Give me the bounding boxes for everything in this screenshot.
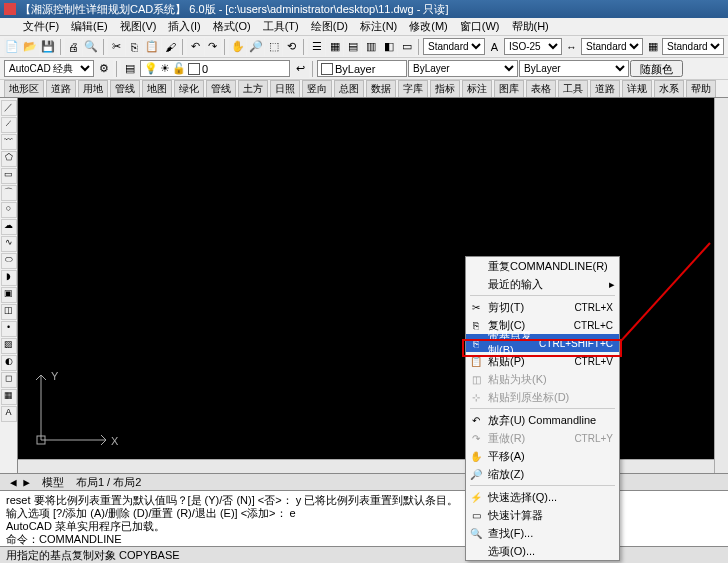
linetype-dropdown[interactable]: ByLayer bbox=[408, 60, 518, 77]
ctx-undo[interactable]: ↶放弃(U) Commandline bbox=[466, 411, 619, 429]
menu-tools[interactable]: 工具(T) bbox=[258, 18, 304, 35]
menu-file[interactable]: 文件(F) bbox=[18, 18, 64, 35]
zoom-prev-icon[interactable]: ⟲ bbox=[283, 38, 300, 56]
ctx-find[interactable]: 🔍查找(F)... bbox=[466, 524, 619, 542]
tab-pipe[interactable]: 管线 bbox=[110, 80, 140, 98]
style-icon[interactable]: A bbox=[486, 38, 503, 56]
vertical-scrollbar[interactable] bbox=[714, 98, 728, 473]
tab-road[interactable]: 道路 bbox=[46, 80, 76, 98]
model-tab[interactable]: 模型 bbox=[38, 475, 68, 490]
design-center-icon[interactable]: ▦ bbox=[326, 38, 343, 56]
cline-tool-icon[interactable]: ⟋ bbox=[1, 117, 17, 133]
table-tool-icon[interactable]: ▦ bbox=[1, 389, 17, 405]
tab-master[interactable]: 总图 bbox=[334, 80, 364, 98]
menu-edit[interactable]: 编辑(E) bbox=[66, 18, 113, 35]
tab-water[interactable]: 水系 bbox=[654, 80, 684, 98]
gradient-tool-icon[interactable]: ◐ bbox=[1, 355, 17, 371]
menu-insert[interactable]: 插入(I) bbox=[163, 18, 205, 35]
revcloud-tool-icon[interactable]: ☁ bbox=[1, 219, 17, 235]
menu-help[interactable]: 帮助(H) bbox=[507, 18, 554, 35]
color-button[interactable]: 随颜色 bbox=[630, 60, 683, 77]
ctx-options[interactable]: 选项(O)... bbox=[466, 542, 619, 560]
pan-icon[interactable]: ✋ bbox=[229, 38, 246, 56]
menu-dimension[interactable]: 标注(N) bbox=[355, 18, 402, 35]
save-icon[interactable]: 💾 bbox=[40, 38, 57, 56]
point-tool-icon[interactable]: • bbox=[1, 321, 17, 337]
tab-land[interactable]: 用地 bbox=[78, 80, 108, 98]
table2-dropdown[interactable]: Standard bbox=[662, 38, 724, 55]
ctx-repeat[interactable]: 重复COMMANDLINE(R) bbox=[466, 257, 619, 275]
rect-tool-icon[interactable]: ▭ bbox=[1, 168, 17, 184]
line-tool-icon[interactable]: ／ bbox=[1, 100, 17, 116]
zoom-window-icon[interactable]: ⬚ bbox=[265, 38, 282, 56]
tab-anno[interactable]: 标注 bbox=[462, 80, 492, 98]
open-icon[interactable]: 📂 bbox=[22, 38, 39, 56]
calc-icon[interactable]: ▭ bbox=[398, 38, 415, 56]
polygon-tool-icon[interactable]: ⬠ bbox=[1, 151, 17, 167]
circle-tool-icon[interactable]: ○ bbox=[1, 202, 17, 218]
tool-palette-icon[interactable]: ▤ bbox=[344, 38, 361, 56]
print-icon[interactable]: 🖨 bbox=[65, 38, 82, 56]
layer-mgr-icon[interactable]: ▤ bbox=[121, 60, 139, 78]
tab-earth[interactable]: 土方 bbox=[238, 80, 268, 98]
tab-table[interactable]: 表格 bbox=[526, 80, 556, 98]
lineweight-dropdown[interactable]: ByLayer bbox=[519, 60, 629, 77]
menu-view[interactable]: 视图(V) bbox=[115, 18, 162, 35]
tab-vert[interactable]: 竖向 bbox=[302, 80, 332, 98]
spline-tool-icon[interactable]: ∿ bbox=[1, 236, 17, 252]
dim-dropdown[interactable]: ISO-25 bbox=[504, 38, 562, 55]
tab-terrain[interactable]: 地形区 bbox=[4, 80, 44, 98]
workspace-settings-icon[interactable]: ⚙ bbox=[95, 60, 113, 78]
ctx-cut[interactable]: ✂剪切(T)CTRL+X bbox=[466, 298, 619, 316]
tab-lib[interactable]: 图库 bbox=[494, 80, 524, 98]
copy-icon[interactable]: ⎘ bbox=[126, 38, 143, 56]
redo-icon[interactable]: ↷ bbox=[205, 38, 222, 56]
tab-green[interactable]: 绿化 bbox=[174, 80, 204, 98]
zoom-icon[interactable]: 🔎 bbox=[247, 38, 264, 56]
ctx-quick-select[interactable]: ⚡快速选择(Q)... bbox=[466, 488, 619, 506]
block-tool-icon[interactable]: ▣ bbox=[1, 287, 17, 303]
ctx-recent-input[interactable]: 最近的输入▸ bbox=[466, 275, 619, 293]
new-icon[interactable]: 📄 bbox=[4, 38, 21, 56]
ellipse-tool-icon[interactable]: ⬭ bbox=[1, 253, 17, 269]
menu-window[interactable]: 窗口(W) bbox=[455, 18, 505, 35]
workspace-dropdown[interactable]: AutoCAD 经典 bbox=[4, 60, 94, 77]
style-dropdown[interactable]: Standard bbox=[423, 38, 485, 55]
tab-road2[interactable]: 道路 bbox=[590, 80, 620, 98]
menu-modify[interactable]: 修改(M) bbox=[404, 18, 453, 35]
drawing-canvas[interactable]: Y X bbox=[18, 98, 728, 473]
hatch-tool-icon[interactable]: ▨ bbox=[1, 338, 17, 354]
undo-icon[interactable]: ↶ bbox=[187, 38, 204, 56]
menu-format[interactable]: 格式(O) bbox=[208, 18, 256, 35]
app-menu-icon[interactable] bbox=[4, 21, 16, 33]
tab-font[interactable]: 字库 bbox=[398, 80, 428, 98]
tab-index[interactable]: 指标 bbox=[430, 80, 460, 98]
arc-tool-icon[interactable]: ⌒ bbox=[1, 185, 17, 201]
color-dropdown[interactable]: ByLayer bbox=[317, 60, 407, 77]
table-dropdown[interactable]: Standard bbox=[581, 38, 643, 55]
paste-icon[interactable]: 📋 bbox=[144, 38, 161, 56]
properties-icon[interactable]: ☰ bbox=[308, 38, 325, 56]
ctx-quickcalc[interactable]: ▭快速计算器 bbox=[466, 506, 619, 524]
ctx-copy-with-base[interactable]: ⎘带基点复制(B)CTRL+SHIFT+C bbox=[466, 334, 619, 352]
menu-draw[interactable]: 绘图(D) bbox=[306, 18, 353, 35]
table-icon[interactable]: ▦ bbox=[644, 38, 661, 56]
pline-tool-icon[interactable]: 〰 bbox=[1, 134, 17, 150]
tab-detail[interactable]: 详规 bbox=[622, 80, 652, 98]
layout-tab[interactable]: 布局1 / 布局2 bbox=[72, 475, 145, 490]
text-tool-icon[interactable]: A bbox=[1, 406, 17, 422]
layer-state-display[interactable]: 💡 ☀ 🔓 0 bbox=[140, 60, 290, 77]
region-tool-icon[interactable]: ◻ bbox=[1, 372, 17, 388]
ellipse-arc-tool-icon[interactable]: ◗ bbox=[1, 270, 17, 286]
tab-data[interactable]: 数据 bbox=[366, 80, 396, 98]
layer-prev-icon[interactable]: ↩ bbox=[291, 60, 309, 78]
preview-icon[interactable]: 🔍 bbox=[83, 38, 100, 56]
ctx-pan[interactable]: ✋平移(A) bbox=[466, 447, 619, 465]
dim-icon[interactable]: ↔ bbox=[563, 38, 580, 56]
tab-sun[interactable]: 日照 bbox=[270, 80, 300, 98]
ctx-zoom[interactable]: 🔎缩放(Z) bbox=[466, 465, 619, 483]
ctx-paste[interactable]: 📋粘贴(P)CTRL+V bbox=[466, 352, 619, 370]
tab-help[interactable]: 帮助 bbox=[686, 80, 716, 98]
tab-pipe2[interactable]: 管线 bbox=[206, 80, 236, 98]
sheet-icon[interactable]: ▥ bbox=[362, 38, 379, 56]
